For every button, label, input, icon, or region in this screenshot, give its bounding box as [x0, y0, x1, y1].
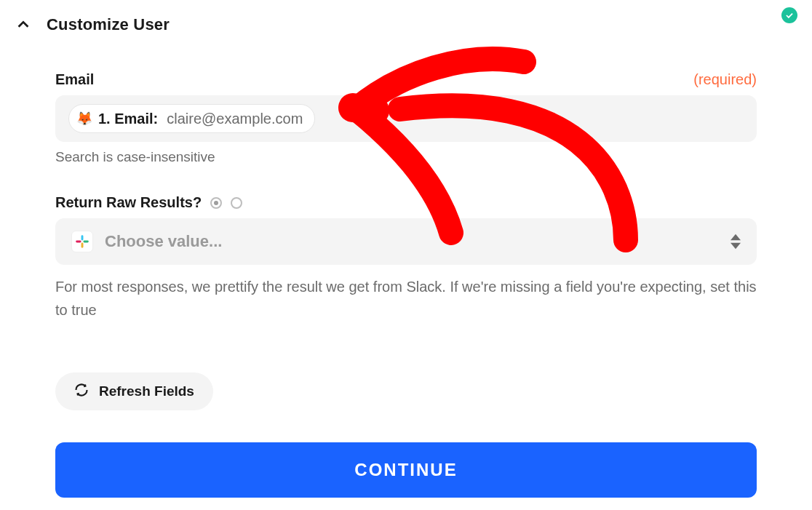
select-placeholder: Choose value...	[105, 232, 222, 251]
refresh-icon	[74, 383, 89, 401]
slack-icon	[71, 231, 93, 252]
raw-results-select[interactable]: Choose value...	[55, 218, 757, 265]
svg-marker-5	[731, 243, 741, 249]
raw-results-description: For most responses, we prettify the resu…	[55, 275, 757, 322]
section-title: Customize User	[47, 15, 170, 34]
continue-button[interactable]: CONTINUE	[55, 442, 757, 498]
required-tag: (required)	[693, 71, 757, 88]
wpforms-icon: 🦊	[76, 112, 92, 125]
status-check-icon	[781, 7, 797, 23]
refresh-fields-button[interactable]: Refresh Fields	[55, 372, 213, 410]
raw-results-label: Return Raw Results?	[55, 194, 202, 211]
raw-results-radio-default[interactable]	[210, 197, 222, 209]
collapse-chevron-icon[interactable]	[13, 15, 33, 35]
refresh-label: Refresh Fields	[99, 383, 194, 399]
email-mapped-token[interactable]: 🦊 1. Email: claire@example.com	[68, 104, 315, 133]
email-helper-text: Search is case-insensitive	[55, 149, 757, 165]
email-label: Email	[55, 71, 94, 88]
token-label: 1. Email:	[98, 111, 158, 127]
svg-marker-4	[731, 234, 741, 240]
svg-rect-0	[81, 235, 84, 240]
email-input[interactable]: 🦊 1. Email: claire@example.com	[55, 95, 757, 142]
select-caret-icon	[731, 234, 741, 250]
raw-results-radio-custom[interactable]	[231, 197, 242, 209]
svg-rect-3	[76, 241, 81, 243]
svg-rect-2	[81, 242, 84, 247]
token-value: claire@example.com	[167, 111, 303, 127]
svg-rect-1	[83, 241, 88, 243]
